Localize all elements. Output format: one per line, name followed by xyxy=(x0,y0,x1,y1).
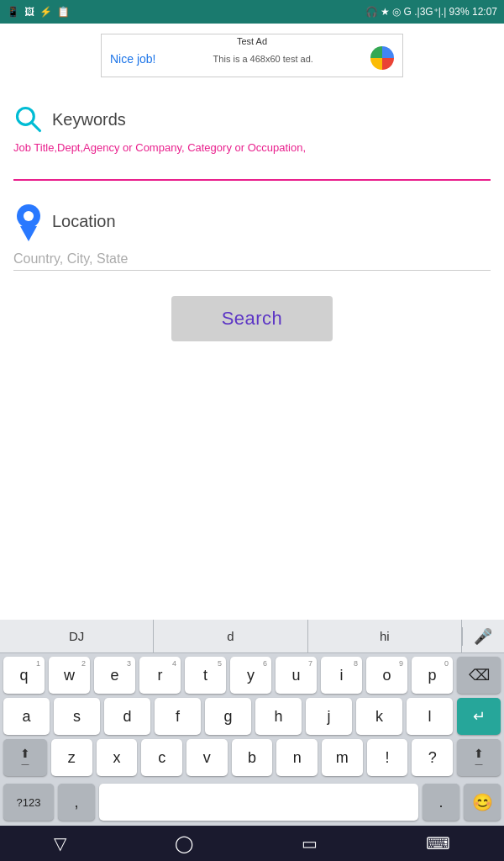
keywords-header: Keywords xyxy=(13,104,491,135)
key-a[interactable]: a xyxy=(3,698,50,735)
usb-icon: ⚡ xyxy=(39,6,52,18)
space-key[interactable] xyxy=(99,784,418,821)
search-button-container: Search xyxy=(13,296,491,341)
period-key[interactable]: . xyxy=(423,784,459,821)
suggestion-hi[interactable]: hi xyxy=(308,620,462,652)
ad-label: Test Ad xyxy=(234,36,270,46)
svg-line-1 xyxy=(32,123,40,131)
status-bar: 📱 🖼 ⚡ 📋 🎧 ★ ◎ G .|3G⁺|.| 93% 12:07 xyxy=(0,0,504,24)
status-right-icons: 🎧 ★ ◎ G .|3G⁺|.| 93% 12:07 xyxy=(365,6,497,18)
key-t[interactable]: 5t xyxy=(185,657,226,694)
status-info: 🎧 ★ ◎ G .|3G⁺|.| 93% 12:07 xyxy=(365,6,497,18)
key-x[interactable]: x xyxy=(97,739,138,776)
location-header: Location xyxy=(13,201,491,241)
enter-key[interactable]: ↵ xyxy=(457,698,501,735)
key-s[interactable]: s xyxy=(54,698,100,735)
key-row-2: a s d f g h j k l ↵ xyxy=(3,698,501,735)
key-i[interactable]: 8i xyxy=(321,657,362,694)
ad-container: Test Ad Nice job! This is a 468x60 test … xyxy=(0,29,504,82)
key-r[interactable]: 4r xyxy=(139,657,181,694)
key-exclaim[interactable]: ! xyxy=(367,739,408,776)
key-k[interactable]: k xyxy=(356,698,402,735)
key-g[interactable]: g xyxy=(205,698,251,735)
nav-square-icon[interactable]: ▭ xyxy=(302,833,318,853)
suggestion-dj[interactable]: DJ xyxy=(0,620,154,652)
nav-bar: ▽ ◯ ▭ ⌨ xyxy=(0,826,504,861)
keywords-title: Keywords xyxy=(52,110,126,129)
location-section: Location xyxy=(13,201,491,271)
key-c[interactable]: c xyxy=(141,739,182,776)
keyboard-suggestions: DJ d hi 🎤 xyxy=(0,620,504,653)
key-j[interactable]: j xyxy=(306,698,352,735)
keyboard[interactable]: DJ d hi 🎤 1q 2w 3e 4r 5t 6y 7u 8i 9o 0p … xyxy=(0,620,504,826)
ad-text: This is a 468x60 test ad. xyxy=(213,54,313,64)
ad-google-icon xyxy=(370,46,394,70)
key-o[interactable]: 9o xyxy=(366,657,407,694)
ad-banner[interactable]: Test Ad Nice job! This is a 468x60 test … xyxy=(101,34,403,77)
symbol-key[interactable]: ?123 xyxy=(3,784,54,821)
key-m[interactable]: m xyxy=(322,739,363,776)
microphone-icon[interactable]: 🎤 xyxy=(462,627,504,646)
key-d[interactable]: d xyxy=(104,698,150,735)
key-w[interactable]: 2w xyxy=(49,657,90,694)
image-icon: 🖼 xyxy=(24,6,34,18)
backspace-key[interactable]: ⌫ xyxy=(457,657,501,694)
clipboard-icon: 📋 xyxy=(57,6,70,18)
svg-marker-4 xyxy=(20,226,37,241)
search-button[interactable]: Search xyxy=(171,296,333,341)
key-h[interactable]: h xyxy=(255,698,302,735)
key-q[interactable]: 1q xyxy=(3,657,45,694)
keyboard-rows: 1q 2w 3e 4r 5t 6y 7u 8i 9o 0p ⌫ a s d f … xyxy=(0,653,504,776)
key-z[interactable]: z xyxy=(51,739,92,776)
keywords-hint: Job Title,Dept,Agency or Company, Catego… xyxy=(13,141,491,154)
location-pin-icon xyxy=(13,201,44,241)
status-left-icons: 📱 🖼 ⚡ 📋 xyxy=(7,6,70,18)
key-u[interactable]: 7u xyxy=(276,657,317,694)
key-l[interactable]: l xyxy=(407,698,453,735)
key-row-1: 1q 2w 3e 4r 5t 6y 7u 8i 9o 0p ⌫ xyxy=(3,657,501,694)
key-n[interactable]: n xyxy=(276,739,318,776)
key-f[interactable]: f xyxy=(155,698,201,735)
suggestion-d[interactable]: d xyxy=(154,620,307,652)
location-input[interactable] xyxy=(13,248,491,271)
key-p[interactable]: 0p xyxy=(412,657,453,694)
keywords-input[interactable] xyxy=(13,157,491,181)
comma-key[interactable]: , xyxy=(58,784,95,821)
ad-nice-job: Nice job! xyxy=(110,52,155,66)
phone-icon: 📱 xyxy=(7,6,19,18)
nav-home-icon[interactable]: ◯ xyxy=(175,833,193,853)
location-title: Location xyxy=(52,212,116,231)
key-b[interactable]: b xyxy=(232,739,273,776)
search-icon xyxy=(13,104,44,135)
shift-right-key[interactable]: ⬆— xyxy=(457,739,501,776)
keyboard-bottom-row: ?123 , . 😊 xyxy=(0,780,504,826)
emoji-key[interactable]: 😊 xyxy=(464,784,501,821)
svg-point-3 xyxy=(24,211,34,221)
key-v[interactable]: v xyxy=(186,739,228,776)
key-y[interactable]: 6y xyxy=(230,657,271,694)
key-e[interactable]: 3e xyxy=(94,657,135,694)
nav-back-icon[interactable]: ▽ xyxy=(54,833,66,853)
key-question[interactable]: ? xyxy=(412,739,453,776)
key-row-3: ⬆— z x c v b n m ! ? ⬆— xyxy=(3,739,501,776)
main-content: Keywords Job Title,Dept,Agency or Compan… xyxy=(0,87,504,341)
nav-keyboard-icon[interactable]: ⌨ xyxy=(426,833,450,853)
shift-left-key[interactable]: ⬆— xyxy=(3,739,47,776)
